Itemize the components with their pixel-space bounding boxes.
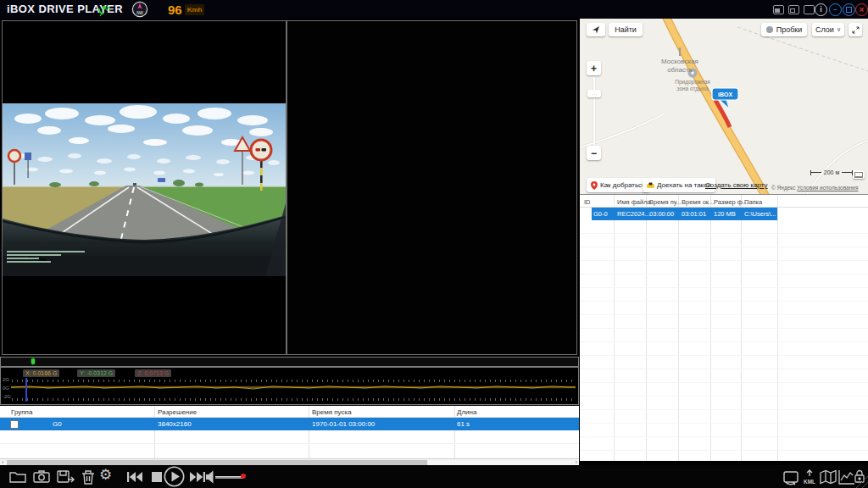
screen-sync-button[interactable] <box>782 468 800 486</box>
gsensor-panel: X: 0.0166 G Y: -0.0312 G Z: 0.0713 G 2G … <box>0 367 579 405</box>
video-channel-2[interactable] <box>287 21 576 354</box>
resolution-col-header[interactable]: Разрешение <box>158 408 197 416</box>
layout-full-view-button[interactable] <box>804 5 815 14</box>
view-layout-buttons <box>773 5 815 14</box>
map-zoom-handle[interactable]: ··· <box>587 90 601 97</box>
file-table-empty-rows <box>580 220 868 461</box>
close-icon: × <box>860 6 865 14</box>
map-zoom-track[interactable] <box>593 77 595 145</box>
length-cell: 61 s <box>457 420 470 428</box>
bottom-toolbar: ⚙ KML <box>0 465 868 488</box>
end-col-header[interactable]: Время ок... <box>682 198 714 206</box>
gsensor-x-label: X: 0.0166 G <box>23 369 59 377</box>
next-file-button[interactable] <box>188 468 207 486</box>
info-icon: i <box>820 6 822 14</box>
gear-icon: ⚙ <box>99 467 112 483</box>
traffic-button[interactable]: Пробки <box>761 23 807 36</box>
volume-slider[interactable] <box>215 476 244 479</box>
minimize-icon: − <box>833 7 837 14</box>
map-graphics: iBOX <box>580 19 868 194</box>
video-frame <box>2 20 577 355</box>
geolocation-button[interactable] <box>587 23 605 36</box>
resolution-cell: 3840x2160 <box>158 420 192 428</box>
gsensor-ticks-bottom <box>12 398 576 401</box>
group-table-row[interactable]: G0 3840x2160 1970-01-01 03:00:00 61 s <box>0 418 579 430</box>
snapshot-button[interactable] <box>32 468 51 486</box>
play-icon <box>172 472 181 482</box>
starttime-col-header[interactable]: Время пуска <box>312 408 352 416</box>
svg-text:NW: NW <box>136 11 143 15</box>
video-channel-1[interactable] <box>3 21 287 354</box>
length-col-header[interactable]: Длина <box>457 408 476 416</box>
previous-file-button[interactable] <box>125 468 144 486</box>
taxi-button[interactable]: Доехать на такси <box>643 178 715 192</box>
maximize-button[interactable] <box>843 3 855 16</box>
playback-timeline[interactable] <box>0 357 579 367</box>
file-name-cell: REC2024... <box>617 210 650 218</box>
start-col-header[interactable]: Время пу... <box>649 198 682 206</box>
map-copyright: © Яндекс Условия использования <box>771 185 858 191</box>
title-bar: iBOX DRIVE PLAYER NW 96 Kmh i − × <box>0 0 868 19</box>
map-scale: 200 м <box>810 169 853 175</box>
speed-indicator: 96 Kmh <box>168 3 204 17</box>
id-col-header[interactable]: ID <box>584 198 591 206</box>
layout-single-view-button[interactable] <box>773 5 784 14</box>
group-table: Группа Разрешение Время пуска Длина G0 3… <box>0 406 579 458</box>
kml-export-button[interactable]: KML <box>800 468 819 486</box>
chevron-down-icon: ∨ <box>837 26 841 33</box>
open-folder-button[interactable] <box>8 468 27 486</box>
minimize-button[interactable]: − <box>829 3 842 16</box>
folder-col-header[interactable]: Папка <box>744 198 762 206</box>
volume-slider-handle[interactable] <box>241 474 246 479</box>
delete-button[interactable] <box>79 468 97 486</box>
speaker-icon <box>206 471 214 484</box>
maximize-icon <box>846 7 852 13</box>
create-map-link[interactable]: Создать свою карту <box>705 181 768 189</box>
terms-link[interactable]: Условия использования <box>797 185 858 191</box>
gsensor-waveform <box>11 380 576 394</box>
map-zoom-out-button[interactable]: − <box>587 146 601 160</box>
volume-button[interactable] <box>205 468 214 486</box>
traffic-light-icon <box>766 26 773 33</box>
speed-unit: Kmh <box>185 4 205 15</box>
settings-button[interactable]: ⚙ <box>99 466 112 484</box>
map-zoom-in-button[interactable]: + <box>587 61 601 75</box>
timeline-position-marker[interactable] <box>31 358 35 364</box>
map-view-button[interactable] <box>819 468 837 486</box>
group-col-header[interactable]: Группа <box>11 408 32 416</box>
gsensor-cursor[interactable] <box>25 378 27 402</box>
location-arrow-icon <box>592 25 600 34</box>
distant-car <box>133 183 136 186</box>
gps-satellite-icon <box>96 2 111 17</box>
file-start-cell: 03:00:00 <box>649 210 674 218</box>
gsensor-axis-neg2g: -2G <box>3 394 11 399</box>
map-panel[interactable]: iBOX Московскаяобласть Придорожнаязона о… <box>580 19 868 194</box>
starttime-cell: 1970-01-01 03:00:00 <box>312 420 375 428</box>
taxi-icon <box>647 182 654 189</box>
ruler-icon <box>854 172 863 178</box>
kml-upload-icon: KML <box>804 470 815 485</box>
svg-text:KML: KML <box>804 479 815 485</box>
layers-button[interactable]: Слои ∨ <box>812 23 844 36</box>
ruler-button[interactable] <box>853 170 865 179</box>
save-export-icon <box>58 471 74 482</box>
layout-pip-view-button[interactable] <box>788 5 799 14</box>
size-col-header[interactable]: Размер ф... <box>714 198 748 206</box>
file-folder-cell: C:\Users\... <box>744 210 776 218</box>
find-button[interactable]: Найти <box>609 23 643 36</box>
info-button[interactable]: i <box>815 3 827 16</box>
close-button[interactable]: × <box>855 3 868 16</box>
gsensor-y-label: Y: -0.0312 G <box>77 369 115 377</box>
map-expand-button[interactable] <box>849 23 862 36</box>
play-button[interactable] <box>164 466 185 487</box>
skip-previous-icon <box>127 472 142 482</box>
folder-icon <box>10 473 25 482</box>
file-end-cell: 03:01:01 <box>682 210 706 218</box>
svg-text:iBOX: iBOX <box>718 92 732 97</box>
name-col-header[interactable]: Имя файла <box>617 198 651 206</box>
video-area <box>0 19 580 357</box>
group-checkbox[interactable] <box>10 420 19 429</box>
route-button[interactable]: Как добраться <box>587 178 649 192</box>
export-button[interactable] <box>56 468 75 486</box>
gsensor-axis-2g: 2G <box>3 377 9 382</box>
